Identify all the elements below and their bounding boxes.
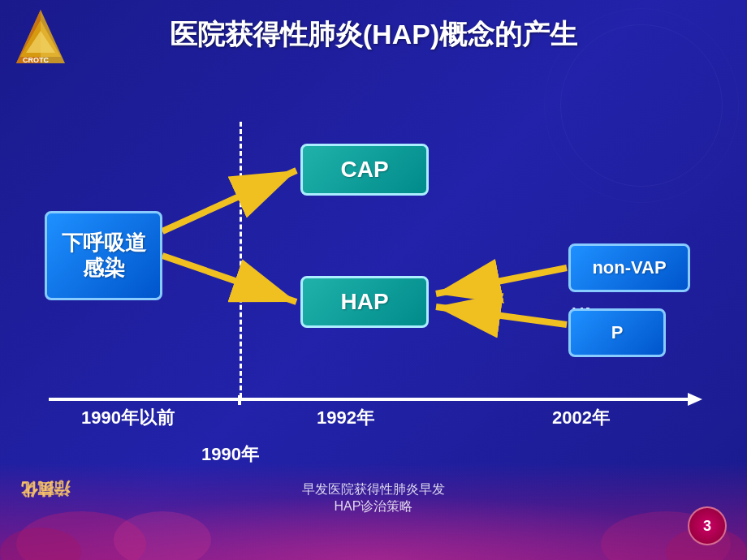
page-number: 3: [703, 518, 711, 535]
non-vap-label: non-VAP: [592, 257, 666, 278]
vap-label: P: [611, 322, 624, 343]
box-lower-respiratory: 下呼吸道感染: [45, 211, 162, 300]
cap-label: CAP: [340, 157, 388, 183]
svg-point-12: [114, 511, 211, 560]
box-non-vap: non-VAP: [568, 243, 690, 292]
page-title: 医院获得性肺炎(HAP)概念的产生: [0, 16, 747, 54]
footer-text: 早发医院获得性肺炎早发 HAP诊治策略: [0, 481, 747, 515]
timeline-line: [49, 398, 698, 401]
timeline-arrow: [688, 393, 702, 406]
timeline-tick-1990: [238, 395, 241, 405]
lower-resp-label: 下呼吸道感染: [62, 230, 146, 281]
year-before-1990: 1990年以前: [81, 406, 175, 430]
box-cap: CAP: [300, 144, 429, 196]
vertical-dashed-line: [240, 122, 242, 398]
footer-line-1: 早发医院获得性肺炎早发: [0, 481, 747, 498]
hap-label: HAP: [340, 289, 388, 315]
year-1992: 1992年: [317, 406, 374, 430]
svg-text:CROTC: CROTC: [23, 56, 49, 64]
year-2002: 2002年: [552, 406, 610, 430]
footer-line-2: HAP诊治策略: [0, 498, 747, 515]
page-number-badge: 3: [688, 506, 727, 545]
box-hap: HAP: [300, 276, 429, 328]
box-vap: P: [568, 308, 666, 357]
